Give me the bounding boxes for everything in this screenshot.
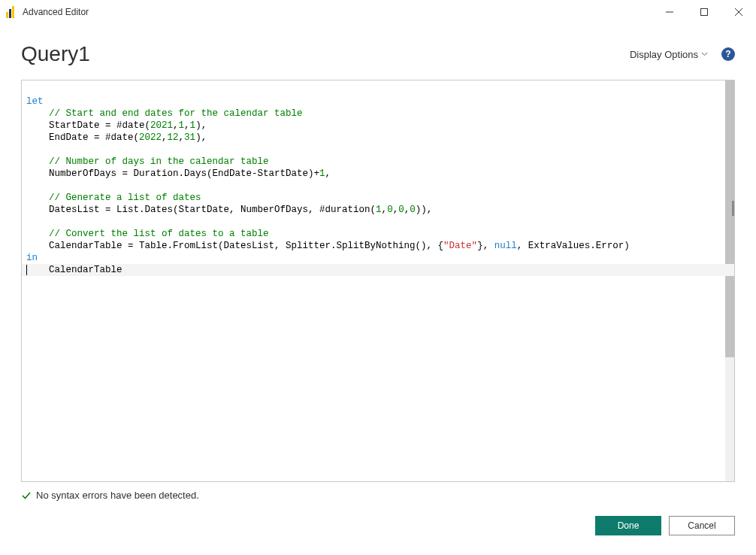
comment: // Generate a list of dates [49, 193, 201, 203]
number: 1 [376, 205, 382, 215]
footer: Done Cancel [0, 501, 756, 535]
number: 1 [179, 120, 185, 131]
display-options-dropdown[interactable]: Display Options [630, 49, 708, 60]
window-controls [652, 0, 756, 24]
text-cursor [26, 265, 27, 275]
code-editor[interactable]: let // Start and end dates for the calen… [21, 80, 735, 482]
keyword-let: let [26, 96, 44, 107]
keyword-null: null [494, 241, 517, 251]
number: 1 [190, 120, 196, 131]
query-name[interactable]: Query1 [21, 42, 90, 66]
comment: // Convert the list of dates to a table [49, 229, 269, 239]
keyword-in: in [26, 253, 38, 263]
number: 0 [387, 205, 393, 215]
comment: // Start and end dates for the calendar … [49, 108, 303, 119]
display-options-label: Display Options [630, 49, 698, 60]
number: 0 [410, 205, 416, 215]
code-text: CalendarTable [49, 265, 122, 275]
minimize-button[interactable] [652, 0, 687, 24]
number: 0 [398, 205, 404, 215]
number: 2022 [139, 132, 162, 143]
maximize-button[interactable] [687, 0, 721, 24]
cancel-button[interactable]: Cancel [669, 516, 735, 535]
title-bar: Advanced Editor [0, 0, 756, 24]
number: 31 [184, 132, 195, 143]
status-bar: No syntax errors have been detected. [21, 490, 735, 501]
app-icon [6, 6, 18, 18]
number: 1 [319, 168, 325, 179]
string: "Date" [443, 241, 477, 251]
number: 2021 [150, 120, 173, 131]
window-title: Advanced Editor [23, 7, 89, 17]
svg-rect-1 [701, 9, 708, 16]
close-button[interactable] [721, 0, 756, 24]
chevron-down-icon [701, 52, 708, 56]
status-message: No syntax errors have been detected. [36, 490, 199, 501]
header-row: Query1 Display Options ? [21, 42, 735, 66]
code-text: DatesList = List.Dates(StartDate, Number… [49, 205, 376, 215]
done-button[interactable]: Done [595, 516, 661, 535]
help-icon[interactable]: ? [721, 47, 735, 61]
code-text: EndDate = #date( [49, 132, 139, 143]
number: 12 [168, 132, 179, 143]
check-icon [21, 490, 32, 501]
code-text: StartDate = #date( [49, 120, 150, 131]
code-text: CalendarTable = Table.FromList(DatesList… [49, 241, 443, 251]
comment: // Number of days in the calendar table [49, 156, 269, 167]
code-text: NumberOfDays = Duration.Days(EndDate-Sta… [49, 168, 319, 179]
